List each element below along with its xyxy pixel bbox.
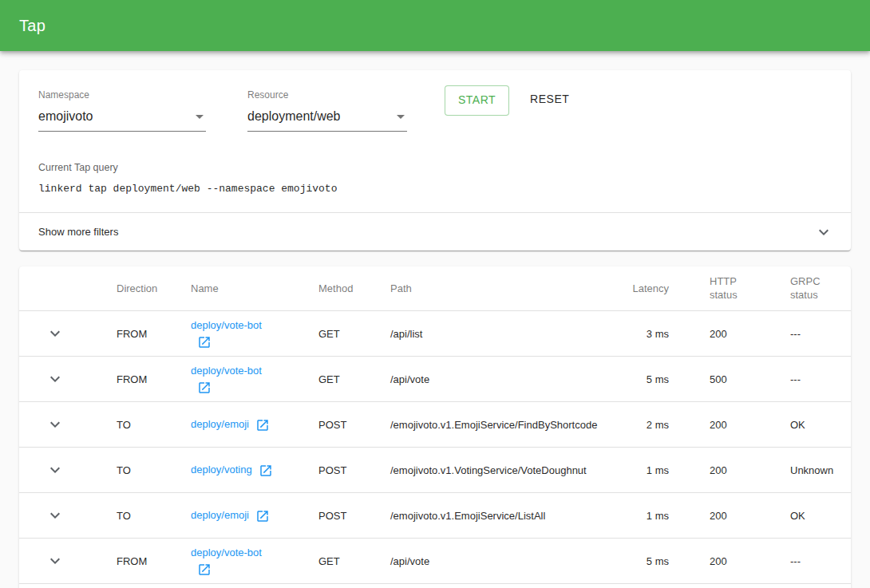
start-button[interactable]: START: [445, 85, 509, 116]
resource-link[interactable]: deploy/vote-bot: [191, 319, 262, 331]
http-status-cell: 200: [696, 510, 776, 522]
table-row: TO deploy/emoji POST /emojivoto.v1.Emoji…: [19, 493, 851, 539]
resource-name: deploy/vote-bot: [191, 547, 262, 574]
expand-cell: [19, 460, 91, 479]
header-method: Method: [291, 282, 361, 294]
method-cell: GET: [291, 555, 361, 567]
grpc-status-cell: OK: [776, 510, 851, 522]
namespace-label: Namespace: [38, 89, 206, 101]
direction-cell: TO: [91, 464, 163, 476]
latency-cell: 5 ms: [632, 373, 696, 385]
direction-cell: TO: [91, 510, 163, 522]
header-latency: Latency: [632, 282, 696, 294]
method-cell: GET: [291, 328, 361, 340]
name-cell: deploy/vote-bot: [163, 363, 291, 395]
latency-cell: 2 ms: [632, 419, 696, 431]
path-cell: /api/list: [361, 328, 632, 340]
grpc-status-cell: ---: [776, 328, 851, 340]
resource-label: Resource: [247, 89, 407, 101]
name-cell: deploy/vote-bot: [163, 318, 291, 349]
expand-row-icon[interactable]: [45, 460, 65, 479]
table-row: FROM deploy/vote-bot GET /api/list 3 ms …: [19, 311, 851, 357]
resource-name: deploy/voting: [191, 464, 273, 476]
name-cell: deploy/voting: [163, 462, 291, 478]
app-bar: Tap: [0, 0, 870, 51]
direction-cell: FROM: [91, 328, 163, 340]
direction-cell: FROM: [91, 373, 163, 385]
expand-cell: [19, 324, 91, 343]
resource-link[interactable]: deploy/emoji: [191, 418, 249, 430]
tap-results-card: Direction Name Method Path Latency HTTP …: [19, 266, 851, 588]
latency-cell: 1 ms: [632, 464, 696, 476]
expand-row-icon[interactable]: [45, 506, 65, 525]
page-title: Tap: [19, 17, 45, 35]
direction-cell: TO: [91, 419, 163, 431]
namespace-select[interactable]: Namespace emojivoto: [38, 89, 206, 132]
header-grpc-status: GRPC status: [776, 275, 851, 302]
expand-row-icon[interactable]: [45, 369, 65, 389]
tap-page: Tap Namespace emojivoto Resource deploym…: [0, 0, 870, 588]
external-link-icon[interactable]: [255, 418, 270, 432]
show-more-filters-toggle[interactable]: Show more filters: [19, 213, 851, 251]
http-status-cell: 200: [696, 555, 776, 567]
chevron-down-icon[interactable]: [814, 223, 833, 242]
resource-link[interactable]: deploy/emoji: [191, 509, 249, 521]
expand-row-icon[interactable]: [45, 551, 65, 570]
resource-select-control[interactable]: deployment/web: [247, 107, 407, 132]
header-direction: Direction: [91, 282, 163, 294]
external-link-icon[interactable]: [255, 509, 270, 523]
grpc-status-cell: ---: [776, 555, 851, 567]
reset-button[interactable]: RESET: [517, 85, 582, 114]
expand-row-icon[interactable]: [45, 324, 65, 343]
http-status-cell: 200: [696, 464, 776, 476]
resource-link[interactable]: deploy/vote-bot: [191, 547, 262, 558]
query-block: Current Tap query linkerd tap deployment…: [19, 132, 851, 212]
expand-cell: [19, 506, 91, 525]
namespace-select-control[interactable]: emojivoto: [38, 107, 206, 132]
path-cell: /api/vote: [361, 373, 632, 385]
external-link-icon[interactable]: [197, 381, 212, 395]
table-row: FROM deploy/vote-bot GET /api/vote 5 ms …: [19, 539, 851, 584]
show-more-filters-label: Show more filters: [38, 226, 118, 238]
tap-query-text: linkerd tap deployment/web --namespace e…: [38, 183, 832, 195]
latency-cell: 3 ms: [632, 328, 696, 340]
filter-controls-row: Namespace emojivoto Resource deployment/…: [19, 70, 851, 132]
resource-link[interactable]: deploy/vote-bot: [191, 365, 262, 377]
http-status-cell: 500: [696, 373, 776, 385]
table-row: FROM deploy/vote-bot GET /api/vote 5 ms …: [19, 357, 851, 402]
path-cell: /api/vote: [361, 555, 632, 567]
dropdown-arrow-icon[interactable]: [391, 107, 410, 126]
expand-row-icon[interactable]: [45, 415, 65, 434]
latency-cell: 5 ms: [632, 555, 696, 567]
header-name: Name: [163, 282, 291, 294]
external-link-icon[interactable]: [259, 464, 273, 478]
dropdown-arrow-icon[interactable]: [190, 107, 209, 126]
path-cell: /emojivoto.v1.EmojiService/FindByShortco…: [361, 419, 632, 431]
method-cell: GET: [291, 373, 361, 385]
direction-cell: FROM: [91, 555, 163, 567]
resource-select[interactable]: Resource deployment/web: [247, 89, 407, 132]
resource-name: deploy/vote-bot: [191, 365, 262, 393]
header-path: Path: [361, 282, 632, 294]
expand-cell: [19, 369, 91, 389]
namespace-value: emojivoto: [38, 109, 93, 124]
latency-cell: 1 ms: [632, 510, 696, 522]
external-link-icon[interactable]: [197, 335, 212, 349]
resource-name: deploy/vote-bot: [191, 319, 262, 347]
grpc-status-cell: ---: [776, 373, 851, 385]
resource-value: deployment/web: [247, 109, 341, 124]
method-cell: POST: [291, 419, 361, 431]
name-cell: deploy/emoji: [163, 507, 291, 523]
table-row: TO deploy/voting POST /emojivoto.v1.Voti…: [19, 448, 851, 493]
http-status-cell: 200: [696, 419, 776, 431]
table-header-row: Direction Name Method Path Latency HTTP …: [19, 266, 851, 311]
expand-cell: [19, 551, 91, 570]
header-http-status: HTTP status: [696, 275, 776, 302]
filter-actions: START RESET: [445, 85, 582, 116]
method-cell: POST: [291, 510, 361, 522]
external-link-icon[interactable]: [197, 562, 212, 577]
query-label: Current Tap query: [38, 162, 832, 173]
grpc-status-cell: OK: [776, 419, 851, 431]
path-cell: /emojivoto.v1.EmojiService/ListAll: [361, 510, 632, 522]
resource-link[interactable]: deploy/voting: [191, 464, 252, 476]
